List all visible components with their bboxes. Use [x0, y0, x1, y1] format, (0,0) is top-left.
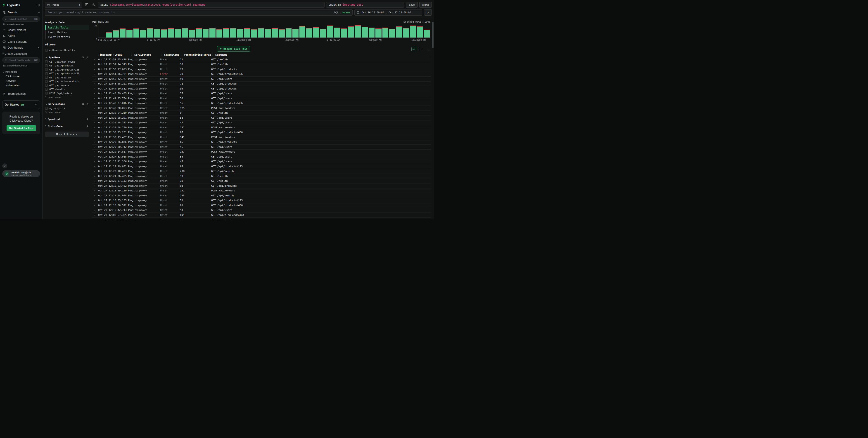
row-expand-icon[interactable]: › — [92, 180, 98, 182]
table-row[interactable]: ›Oct 27 12:20:27.133 PMnginx-proxyUnset1… — [92, 179, 430, 184]
row-expand-icon[interactable]: › — [92, 146, 98, 148]
sidebar-item-chart-explorer[interactable]: Chart Explorer — [2, 27, 40, 33]
chart-bar[interactable] — [292, 25, 299, 37]
table-row[interactable]: ›Oct 27 12:19:53.482 PMnginx-proxyUnset9… — [92, 183, 430, 189]
checkbox[interactable] — [45, 80, 48, 83]
collapse-sidebar-icon[interactable] — [37, 3, 40, 6]
sql-mode-option[interactable]: SQL — [334, 11, 339, 14]
table-row[interactable]: ›Oct 27 12:13:24.048 PMnginx-proxyUnset1… — [92, 193, 430, 198]
row-expand-icon[interactable]: › — [92, 92, 98, 95]
table-row[interactable]: ›Oct 27 12:32:58.201 PMnginx-proxyUnset5… — [92, 115, 430, 121]
row-expand-icon[interactable]: › — [92, 190, 98, 192]
checkbox[interactable] — [45, 84, 48, 87]
chart-bar[interactable] — [189, 25, 195, 37]
pin-icon[interactable] — [86, 118, 89, 121]
run-query-button[interactable]: ▷ — [424, 9, 432, 15]
row-expand-icon[interactable]: › — [92, 160, 98, 163]
chart-bar[interactable] — [320, 25, 327, 37]
table-row[interactable]: ›Oct 27 12:44:10.832 PMnginx-proxyUnset9… — [92, 86, 430, 91]
pin-icon[interactable] — [86, 56, 89, 59]
chart-bar[interactable] — [210, 25, 216, 37]
table-row[interactable]: ›Oct 27 12:29:14.817 PMnginx-proxyUnset1… — [92, 149, 430, 155]
column-header-timestamp[interactable]: Timestamp (Local) — [98, 53, 130, 56]
sql-select-editor[interactable]: SELECT Timestamp,ServiceName,StatusCode,… — [98, 2, 324, 8]
table-row[interactable]: ›Oct 27 12:22:19.852 PMnginx-proxyUnset6… — [92, 164, 430, 169]
row-expand-icon[interactable]: › — [92, 165, 98, 168]
chart-bar[interactable] — [258, 25, 264, 37]
filter-item[interactable]: GET /api/products — [45, 64, 89, 68]
table-row[interactable]: ›Oct 27 12:25:42.306 PMnginx-proxyUnset4… — [92, 159, 430, 164]
sql-orderby-editor[interactable]: ORDER BY Timestamp DESC — [326, 2, 404, 8]
chart-bar[interactable] — [272, 25, 278, 37]
row-expand-icon[interactable]: › — [92, 170, 98, 172]
chart-bar[interactable] — [334, 25, 340, 37]
table-row[interactable]: ›Oct 27 12:06:27.284 PMnginx-proxyUnset1… — [92, 217, 430, 219]
chart-bar[interactable] — [341, 25, 347, 37]
chart-bar[interactable] — [369, 25, 375, 37]
table-row[interactable]: ›Oct 27 12:32:18.313 PMnginx-proxyUnset4… — [92, 121, 430, 126]
load-more-spanname[interactable]: Load more — [45, 95, 89, 99]
table-row[interactable]: ›Oct 27 12:57:14.313 PMnginx-proxyUnset1… — [92, 62, 430, 67]
date-range-picker[interactable] — [354, 9, 422, 15]
filter-group-spankind[interactable]: SpanKind — [45, 117, 89, 121]
saved-dashboards-field[interactable] — [8, 59, 33, 62]
pin-icon[interactable] — [86, 125, 89, 128]
pin-icon[interactable] — [86, 103, 89, 105]
row-expand-icon[interactable]: › — [92, 204, 98, 207]
sidebar-item-team-settings[interactable]: Team Settings — [2, 91, 40, 97]
query-settings-gear-button[interactable] — [91, 2, 96, 7]
table-row[interactable]: ›Oct 27 12:21:36.435 PMnginx-proxyUnset1… — [92, 174, 430, 179]
analysis-mode-event-deltas[interactable]: Event Deltas — [45, 30, 89, 35]
chart-bar[interactable] — [348, 25, 354, 37]
chart-bar[interactable] — [203, 25, 209, 37]
row-expand-icon[interactable]: › — [92, 68, 98, 70]
column-header-servicename[interactable]: ServiceName — [130, 53, 160, 56]
chart-bar[interactable] — [168, 25, 174, 37]
row-expand-icon[interactable]: › — [92, 112, 98, 114]
help-button[interactable]: ? — [2, 163, 7, 168]
chart-bar[interactable] — [279, 25, 285, 37]
sidebar-item-client-sessions[interactable]: Client Sessions — [2, 39, 40, 45]
row-expand-icon[interactable]: › — [92, 107, 98, 109]
resume-live-tail-button[interactable]: Resume Live Tail — [217, 46, 250, 52]
row-expand-icon[interactable]: › — [92, 199, 98, 202]
chart-bar[interactable] — [216, 25, 222, 37]
row-expand-icon[interactable]: › — [92, 175, 98, 177]
table-row[interactable]: ›Oct 27 12:29:36.876 PMnginx-proxyUnset6… — [92, 140, 430, 145]
checkbox[interactable] — [45, 68, 48, 71]
chart-bar[interactable] — [161, 25, 167, 37]
chart-bar[interactable] — [265, 25, 271, 37]
chart-bar[interactable] — [327, 25, 333, 37]
filter-item[interactable]: GET /api/products/456 — [45, 72, 89, 76]
table-row[interactable]: ›Oct 27 12:30:13.437 PMnginx-proxyUnset1… — [92, 135, 430, 140]
chart-bar[interactable] — [382, 25, 389, 37]
panel-settings-button[interactable] — [84, 2, 89, 7]
checkbox[interactable] — [45, 88, 48, 91]
table-row[interactable]: ›Oct 27 12:32:08.750 PMnginx-proxyUnset1… — [92, 125, 430, 130]
chart-bar[interactable] — [375, 25, 381, 37]
checkbox[interactable] — [45, 76, 48, 79]
row-expand-icon[interactable]: › — [92, 78, 98, 80]
presets-toggle[interactable]: PRESETS — [2, 70, 40, 74]
filter-item[interactable]: GET /api/products/123 — [45, 68, 89, 72]
row-expand-icon[interactable]: › — [92, 126, 98, 129]
saved-searches-input[interactable]: ⌘K — [2, 16, 40, 22]
chart-bar[interactable] — [313, 25, 319, 37]
chart-bar[interactable] — [147, 25, 153, 37]
chart-bar[interactable] — [286, 25, 292, 37]
chart-bar[interactable] — [237, 25, 243, 37]
checkbox[interactable] — [45, 107, 48, 110]
row-expand-icon[interactable]: › — [92, 73, 98, 75]
saved-dashboards-input[interactable]: ⌘K — [2, 58, 40, 63]
event-search-box[interactable]: SQL | Lucene — [45, 9, 352, 15]
table-row[interactable]: ›Oct 27 12:27:33.918 PMnginx-proxyUnset5… — [92, 155, 430, 159]
preset-item-kubernetes[interactable]: Kubernetes — [2, 83, 40, 88]
row-expand-icon[interactable]: › — [92, 184, 98, 187]
chart-bar[interactable] — [424, 25, 430, 37]
chart-bar[interactable] — [120, 25, 126, 37]
table-row[interactable]: ›Oct 27 12:53:17.623 PMnginx-proxyUnset7… — [92, 67, 430, 72]
event-search-input[interactable] — [47, 11, 332, 14]
table-row[interactable]: ›Oct 27 12:10:42.713 PMnginx-proxyUnset5… — [92, 208, 430, 213]
row-expand-icon[interactable]: › — [92, 82, 98, 85]
chart-bar[interactable] — [113, 25, 119, 37]
